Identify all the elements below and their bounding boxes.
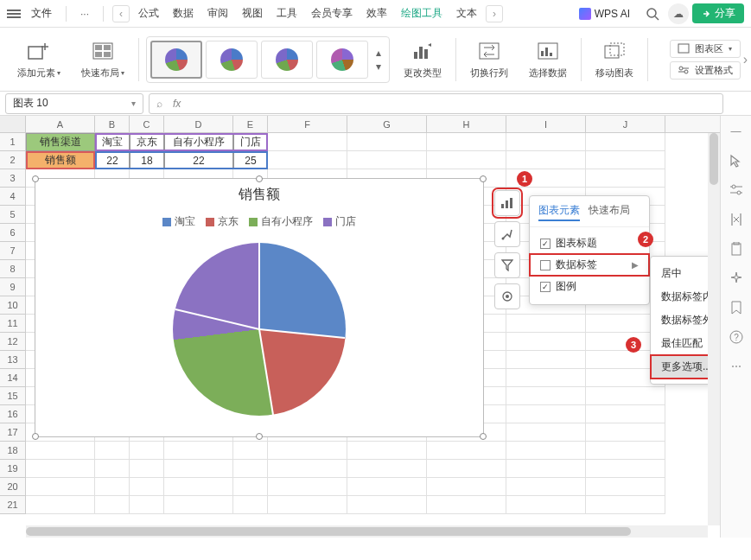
resize-handle[interactable] [256,433,263,440]
popup-item-data-labels[interactable]: 数据标签 ▶ [530,254,649,276]
legend-item[interactable]: 门店 [323,214,356,229]
col-C[interactable]: C [130,116,164,132]
cell[interactable] [95,460,130,478]
row-header[interactable]: 9 [0,278,26,296]
tab-text[interactable]: 文本 [449,6,484,21]
row-header[interactable]: 19 [0,460,26,478]
cell[interactable] [586,133,665,151]
cursor-icon[interactable] [728,152,745,169]
cell[interactable] [268,151,347,169]
settings-slider-icon[interactable] [728,181,745,199]
resize-handle[interactable] [32,433,39,440]
tab-data[interactable]: 数据 [166,6,200,21]
cell[interactable] [130,460,164,478]
chart-settings-tool[interactable] [494,283,520,309]
cell[interactable] [506,351,586,369]
row-header[interactable]: 14 [0,369,26,387]
cell[interactable] [347,496,427,514]
file-menu[interactable]: 文件 [24,6,59,21]
cell[interactable] [26,496,95,514]
row-header[interactable]: 12 [0,333,26,351]
cell[interactable] [268,496,347,514]
popup-tab-elements[interactable]: 图表元素 [538,203,580,221]
vertical-scrollbar[interactable] [708,133,720,525]
more-icon[interactable]: ⋯ [728,358,745,375]
scrollbar-thumb[interactable] [26,527,631,536]
cell[interactable] [233,496,268,514]
tabs-next-icon[interactable]: › [486,5,503,22]
cell[interactable] [347,151,427,169]
cell[interactable] [506,405,586,423]
minus-icon[interactable]: — [728,123,745,140]
resize-handle[interactable] [32,175,39,182]
tab-review[interactable]: 审阅 [200,6,235,21]
col-D[interactable]: D [164,116,233,132]
cell[interactable] [586,423,665,442]
col-G[interactable]: G [347,116,427,132]
cell[interactable] [427,460,506,478]
cell[interactable] [427,478,506,496]
help-icon[interactable]: ? [728,328,745,346]
wps-ai-button[interactable]: WPS AI [572,8,637,20]
chart-object[interactable]: 销售额 淘宝 京东 自有小程序 门店 [35,178,484,437]
row-header[interactable]: 5 [0,206,26,224]
cell[interactable] [164,478,233,496]
cell[interactable] [130,496,164,514]
chevron-down-icon[interactable]: ▾ [131,99,136,108]
cell[interactable] [233,478,268,496]
cell[interactable] [506,315,586,333]
row-header[interactable]: 11 [0,315,26,333]
legend-item[interactable]: 京东 [206,214,239,229]
cell[interactable] [506,333,586,351]
row-header[interactable]: 3 [0,169,26,188]
chart-legend[interactable]: 淘宝 京东 自有小程序 门店 [35,214,483,229]
cell[interactable] [506,151,586,169]
layout-thumb-3[interactable] [261,41,313,79]
clipboard-icon[interactable] [728,240,745,258]
row-header[interactable]: 21 [0,496,26,514]
cell[interactable] [164,496,233,514]
sparkle-icon[interactable] [728,270,745,287]
zoom-lens-icon[interactable]: ⌕ [156,98,162,110]
cell[interactable]: 22 [95,151,130,169]
cell[interactable] [347,478,427,496]
cell[interactable] [586,478,665,496]
tab-tools[interactable]: 工具 [270,6,304,21]
tab-efficiency[interactable]: 效率 [360,6,394,21]
resize-handle[interactable] [480,433,487,440]
row-header[interactable]: 10 [0,296,26,315]
cell[interactable] [95,478,130,496]
cell[interactable] [347,460,427,478]
cell[interactable]: 销售额 [26,151,95,169]
resize-handle[interactable] [256,175,263,182]
share-button[interactable]: 分享 [692,3,744,23]
col-B[interactable]: B [95,116,130,132]
col-J[interactable]: J [586,116,665,132]
cell[interactable] [586,460,665,478]
tabs-prev-icon[interactable]: ‹ [112,5,130,22]
chart-area-selector[interactable]: 图表区 ▾ [670,40,741,58]
tab-formula[interactable]: 公式 [131,6,166,21]
row-header[interactable]: 4 [0,188,26,206]
layout-gallery-more[interactable]: ▴▾ [372,47,385,73]
cell[interactable] [268,133,347,151]
search-icon[interactable] [640,5,665,22]
cell[interactable] [506,387,586,405]
move-chart-button[interactable]: 移动图表 [589,39,640,80]
col-I[interactable]: I [506,116,586,132]
row-header[interactable]: 8 [0,260,26,278]
cell[interactable]: 销售渠道 [26,133,95,151]
row-header[interactable]: 2 [0,151,26,169]
menu-hamburger-icon[interactable] [7,10,21,18]
legend-item[interactable]: 淘宝 [162,214,195,229]
cell[interactable]: 京东 [130,133,164,151]
cell[interactable] [427,496,506,514]
bracket-icon[interactable] [728,211,745,228]
checkbox-icon[interactable]: ✓ [540,239,551,249]
cell[interactable]: 自有小程序 [164,133,233,151]
row-header[interactable]: 16 [0,405,26,423]
select-all-corner[interactable] [0,116,26,132]
select-data-button[interactable]: 选择数据 [522,39,574,80]
bookmark-icon[interactable] [728,299,745,316]
cell[interactable] [506,496,586,514]
